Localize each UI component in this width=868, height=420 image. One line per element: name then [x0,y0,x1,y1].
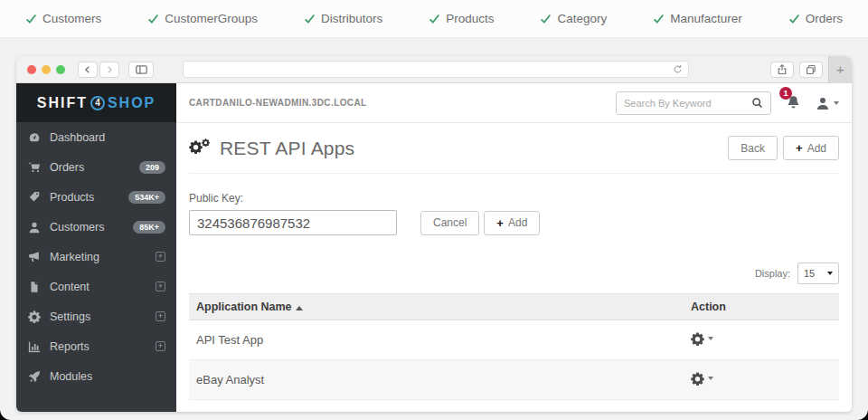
chevron-left-icon [83,65,92,74]
search-input[interactable] [624,98,751,109]
zoom-window-button[interactable] [56,65,65,74]
form-add-button-label: Add [508,216,527,229]
gear-icon [691,332,704,346]
cogs-icon [27,310,41,323]
megaphone-icon [27,250,41,263]
plus-icon [796,141,803,155]
expand-plus-icon[interactable] [156,311,165,321]
minimize-window-button[interactable] [42,65,51,74]
nav-buttons [78,62,119,78]
status-item-products: Products [429,12,494,25]
window-controls[interactable] [27,65,65,74]
add-button-label: Add [807,142,826,155]
display-count-select[interactable]: 15 [797,262,839,284]
table-row: eBay Analyst [189,360,839,400]
share-button[interactable] [770,62,794,78]
sidebar-item-orders[interactable]: Orders 209 [16,152,176,182]
sidebar-item-label: Modules [50,370,92,383]
logo-text-shop: SHOP [108,95,156,111]
account-menu-button[interactable] [816,96,839,110]
sidebar-item-reports[interactable]: Reports [16,331,176,361]
notifications-button[interactable]: 1 [786,93,801,112]
add-app-button[interactable]: Add [783,136,839,160]
cart-icon [27,160,41,174]
row-actions-button[interactable] [691,372,713,386]
shift4shop-logo: SHIFT 4 SHOP [16,83,176,122]
keyword-search [616,91,771,115]
sort-asc-icon [296,306,303,310]
status-item-customergroups: CustomerGroups [147,12,258,25]
page-header: REST API Apps Back Add [189,136,839,174]
expand-plus-icon[interactable] [156,341,165,351]
page-content: REST API Apps Back Add Public Key: [176,123,852,412]
admin-main: CARTDANILO-NEWADMIN.3DC.LOCAL 1 [176,83,852,412]
sidebar-item-dashboard[interactable]: Dashboard [16,122,176,152]
new-tab-button[interactable]: + [828,56,852,82]
check-icon [304,13,316,24]
browser-toolbar-right: + [770,56,852,82]
app-name-cell: API Test App [189,320,684,360]
tab-overview-button[interactable] [799,62,823,78]
public-key-input[interactable] [189,210,397,235]
sidebar-item-label: Content [50,281,90,293]
plus-icon [496,216,504,230]
sidebar-item-label: Customers [50,221,104,234]
display-label: Display: [755,268,790,279]
cancel-button-label: Cancel [433,216,467,229]
sidebar-nav: Dashboard Orders 209 Products [16,122,176,391]
form-add-button[interactable]: Add [484,211,540,235]
browser-window: + SHIFT 4 SHOP Dashboard [16,56,852,412]
column-header-application-name[interactable]: Application Name [189,294,684,320]
back-nav-button[interactable] [78,62,98,78]
action-cell [684,320,839,360]
sidebar-item-settings[interactable]: Settings [16,301,176,331]
page-title: REST API Apps [220,138,354,159]
back-button[interactable]: Back [728,136,778,160]
forward-nav-button[interactable] [99,62,119,78]
status-item-label: Category [557,12,607,25]
sidebar-item-customers[interactable]: Customers 85K+ [16,212,176,242]
sidebar-item-content[interactable]: Content [16,272,176,301]
admin-header-actions: 1 [616,91,839,115]
logo-text-shift: SHIFT [37,95,88,111]
public-key-label: Public Key: [189,192,839,205]
address-bar[interactable] [183,61,689,78]
sidebar-item-marketing[interactable]: Marketing [16,242,176,272]
chevron-down-icon [708,337,713,340]
check-icon [25,13,37,24]
expand-plus-icon[interactable] [156,252,165,262]
sidebar-item-label: Dashboard [50,131,105,144]
gear-icon [691,372,704,386]
check-icon [653,13,665,24]
cancel-button[interactable]: Cancel [420,211,479,235]
share-icon [777,64,788,75]
chevron-down-icon [834,101,839,105]
sidebar-item-label: Reports [50,340,90,353]
search-icon[interactable] [751,97,763,109]
sidebar-toggle-button[interactable] [128,62,154,78]
reload-icon[interactable] [673,64,683,74]
bar-chart-icon [27,339,41,353]
display-count-value: 15 [804,268,815,279]
expand-plus-icon[interactable] [156,282,165,291]
admin-sidebar: SHIFT 4 SHOP Dashboard [16,83,176,412]
public-key-form: Cancel Add [189,210,839,235]
tags-icon [27,190,41,204]
sidebar-item-modules[interactable]: Modules [16,361,176,391]
sidebar-item-label: Orders [50,161,84,174]
status-item-label: CustomerGroups [165,12,258,25]
notification-count-badge: 1 [779,87,792,100]
row-actions-button[interactable] [691,332,713,346]
app-name-cell: eBay Analyst [189,360,684,400]
person-icon [816,96,830,110]
chevron-down-icon [708,377,713,380]
status-item-customers: Customers [25,12,101,25]
status-item-distributors: Distributors [304,12,382,25]
table-row: API Test App [189,320,839,360]
status-item-label: Products [446,12,494,25]
sidebar-item-label: Settings [50,310,90,323]
api-apps-table: Application Name Action API Test App [189,293,839,400]
sidebar-item-products[interactable]: Products 534K+ [16,182,176,212]
close-window-button[interactable] [27,65,36,74]
sidebar-item-label: Products [50,191,94,204]
